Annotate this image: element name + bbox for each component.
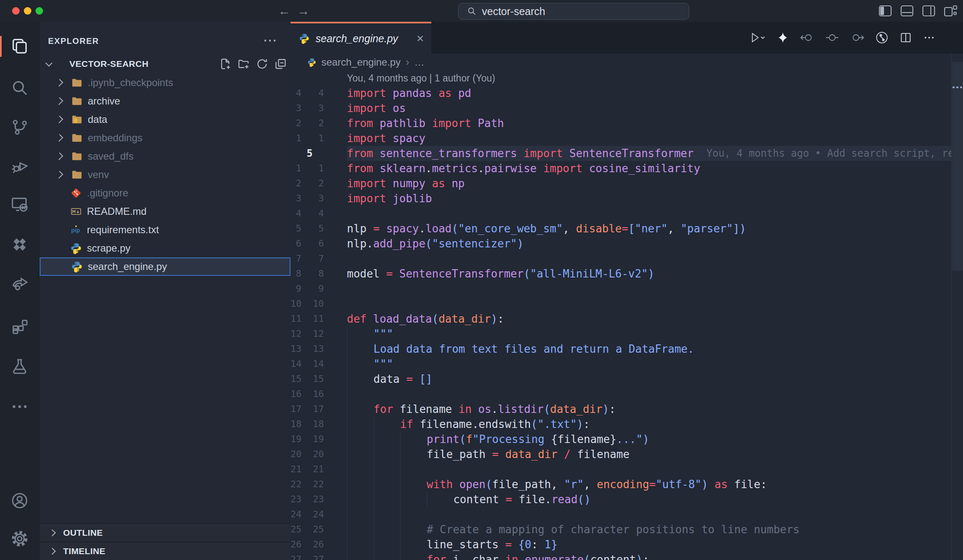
tree-item--gitignore[interactable]: .gitignore [40,184,290,202]
code-line[interactable]: 22from pathlib import Path [290,116,952,131]
relative-line-number: 27 [290,552,301,560]
code-line[interactable]: 2727for i, char in enumerate(content): [290,552,952,560]
code-line[interactable]: 33import os [290,101,952,116]
previous-change-icon[interactable] [800,31,814,45]
code-token: filename [577,448,629,461]
tree-item-embeddings[interactable]: embeddings [40,129,290,147]
code-line[interactable]: 2121 [290,462,952,477]
run-debug-icon[interactable] [10,156,29,176]
code-token: : [583,418,590,430]
tree-item-label: search_engine.py [88,261,167,272]
tree-item-archive[interactable]: archive [40,92,290,110]
breadcrumb-file[interactable]: search_engine.py [321,56,400,68]
code-token: / [564,448,577,461]
navigate-forward-icon[interactable]: → [295,0,312,22]
indent-guide [347,356,374,372]
new-folder-icon[interactable] [237,57,250,71]
code-line[interactable]: 55nlp = spacy.load("en_core_web_sm", dis… [290,221,952,236]
code-line[interactable]: 2020file_path = data_dir / filename [290,447,952,462]
changes-icon[interactable] [825,31,839,45]
code-token: disable [576,222,622,235]
live-share-icon[interactable] [10,274,29,293]
next-change-icon[interactable] [850,31,864,45]
settings-gear-icon[interactable] [10,529,29,548]
source-control-icon[interactable] [10,117,29,137]
code-line[interactable]: 1515data = [] [290,372,952,387]
outline-section-header[interactable]: OUTLINE [40,523,290,542]
code-line[interactable]: 1818if filename.endswith(".txt"): [290,417,952,432]
code-line[interactable]: 1010 [290,296,952,311]
code-line[interactable]: 1717for filename in os.listdir(data_dir)… [290,402,952,417]
explorer-more-actions-icon[interactable]: ⋯ [263,31,277,51]
workspace-section-header[interactable]: VECTOR-SEARCH [40,55,290,73]
editor-scrollbar[interactable] [951,53,963,560]
code-line[interactable]: 22import numpy as np [290,176,952,191]
tree-item-data[interactable]: data [40,110,290,129]
code-line[interactable]: 33import joblib [290,191,952,206]
code-line[interactable]: 1212""" [290,326,952,341]
code-line[interactable]: 1414""" [290,356,952,372]
extension-diamonds-icon[interactable] [10,235,29,254]
navigate-back-icon[interactable]: ← [276,0,293,22]
code-line[interactable]: 88model = SentenceTransformer("all-MiniL… [290,266,952,281]
code-line[interactable]: 2626line_starts = {0: 1} [290,537,952,552]
code-line[interactable]: 1111def load_data(data_dir): [290,311,952,326]
code-line[interactable]: 11import spacy [290,131,952,146]
tree-item-search-engine-py[interactable]: search_engine.py [40,257,290,276]
breadcrumb-more[interactable]: … [414,56,424,68]
close-tab-icon[interactable]: × [416,31,424,46]
command-center-search[interactable]: vector-search [458,3,689,20]
extensions-icon[interactable] [10,318,29,337]
code-token: "sentencizer" [432,237,517,250]
toggle-primary-sidebar-icon[interactable] [878,5,892,17]
tree-item-scrape-py[interactable]: scrape.py [40,239,290,257]
code-line[interactable]: 99 [290,281,952,296]
tree-item--ipynb-checkpoints[interactable]: .ipynb_checkpoints [40,74,290,92]
tab-search-engine[interactable]: search_engine.py × [290,22,431,53]
more-views-icon[interactable] [10,397,29,416]
code-line[interactable]: 1616 [290,387,952,402]
remote-explorer-icon[interactable] [10,195,29,214]
new-file-icon[interactable] [219,57,232,71]
zoom-window-button[interactable] [36,7,43,15]
code-line[interactable]: 66nlp.add_pipe("sentencizer") [290,236,952,251]
gitlens-file-blame[interactable]: You, 4 months ago | 1 author (You) [290,71,952,86]
code-line[interactable]: 44import pandas as pd [290,86,952,101]
copilot-sparkle-icon[interactable] [777,31,789,45]
timeline-section-header[interactable]: TIMELINE [40,542,290,560]
close-window-button[interactable] [12,7,20,15]
code-token: content [590,553,636,560]
tree-item-readme-md[interactable]: README.md [40,202,290,221]
minimize-window-button[interactable] [24,7,31,15]
code-line[interactable]: 77 [290,251,952,266]
code-line[interactable]: 2323content = file.read() [290,492,952,507]
scrollbar-slider[interactable] [952,62,963,271]
code-area[interactable]: You, 4 months ago | 1 author (You) 44imp… [290,71,952,560]
tree-item-venv[interactable]: venv [40,165,290,184]
refresh-icon[interactable] [255,57,269,71]
toggle-panel-icon[interactable] [900,5,914,17]
code-line[interactable]: 2424 [290,507,952,522]
explorer-icon[interactable] [10,36,29,56]
editor-more-actions-icon[interactable] [923,31,935,45]
tree-item-requirements-txt[interactable]: piprequirements.txt [40,221,290,239]
account-icon[interactable] [10,491,29,510]
gitlens-graph-icon[interactable] [875,31,889,45]
testing-icon[interactable] [10,357,29,376]
code-line[interactable]: 44 [290,206,952,221]
toggle-secondary-sidebar-icon[interactable] [922,5,936,17]
code-line[interactable]: 11from sklearn.metrics.pairwise import c… [290,161,952,176]
relative-line-number: 5 [290,221,301,236]
code-line-current[interactable]: 5from sentence_transformers import Sente… [290,146,952,161]
search-view-icon[interactable] [10,78,29,97]
indent-guide [400,462,427,477]
code-line[interactable]: 1313Load data from text files and return… [290,341,952,356]
run-python-file-icon[interactable] [749,31,766,45]
code-line[interactable]: 2525# Create a mapping of character posi… [290,522,952,537]
tree-item-saved-dfs[interactable]: saved_dfs [40,147,290,165]
collapse-folders-icon[interactable] [274,57,287,71]
code-line[interactable]: 1919print(f"Processing {filename}...") [290,432,952,447]
split-editor-icon[interactable] [899,31,912,45]
code-line[interactable]: 2222with open(file_path, "r", encoding="… [290,477,952,492]
customize-layout-icon[interactable] [943,5,958,17]
